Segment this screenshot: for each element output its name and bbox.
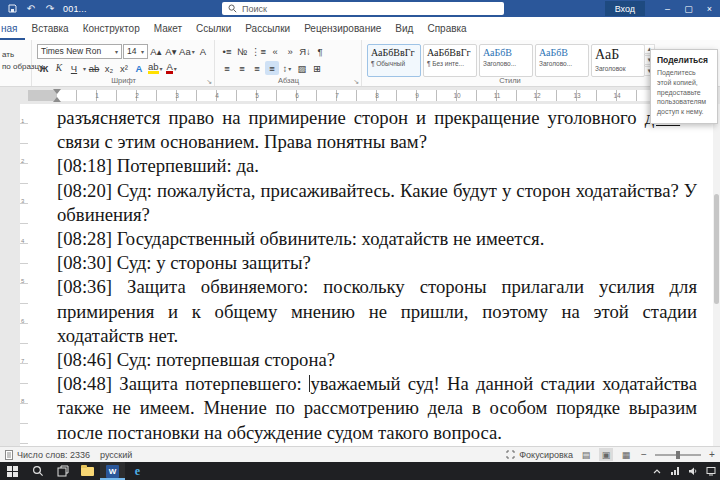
- ruler-number: 5: [21, 278, 24, 284]
- document-page[interactable]: разъясняется право на примирение сторон …: [28, 104, 713, 446]
- ruler-number: 12: [533, 92, 540, 99]
- highlight-button[interactable]: ab▾: [147, 61, 164, 75]
- hanging-indent-marker[interactable]: [53, 97, 61, 102]
- line-spacing-button[interactable]: ↕▾: [280, 61, 294, 75]
- ruler-number: 6: [21, 318, 24, 324]
- underline-button[interactable]: Ч: [67, 61, 81, 75]
- vertical-ruler[interactable]: 12345678: [20, 104, 28, 446]
- style-chip[interactable]: АаБЗаголовок: [591, 44, 645, 77]
- paragraph-group-label: Абзац: [216, 76, 361, 85]
- superscript-button[interactable]: x²: [117, 61, 131, 75]
- grow-font-button[interactable]: А▴: [149, 44, 163, 58]
- numbering-button[interactable]: №: [235, 44, 249, 58]
- word-taskbar-button[interactable]: W: [100, 462, 125, 480]
- change-case-button[interactable]: Аа▾: [179, 44, 195, 58]
- share-callout[interactable]: Поделиться Поделитесь этой копией, предо…: [650, 49, 718, 124]
- paragraph[interactable]: разъясняется право на примирение сторон …: [57, 106, 697, 154]
- multilevel-list-button[interactable]: ⋮≡: [250, 44, 267, 58]
- align-center-button[interactable]: ≡: [235, 61, 249, 75]
- tab-ная[interactable]: ная: [0, 17, 25, 40]
- taskbar-search-button[interactable]: [25, 462, 50, 480]
- language-status[interactable]: русский: [100, 450, 132, 460]
- style-chip[interactable]: АаБбВвГг¶ Обычный: [367, 44, 421, 77]
- justify-button[interactable]: ≡: [265, 61, 279, 75]
- strikethrough-button[interactable]: ab: [87, 61, 101, 75]
- tray-chevron-up-icon[interactable]: [649, 462, 664, 480]
- tab-Рассылки[interactable]: Рассылки: [238, 17, 297, 40]
- font-name-value: Times New Ron: [41, 46, 101, 56]
- align-right-button[interactable]: ≡: [250, 61, 264, 75]
- redo-icon[interactable]: ↷: [44, 3, 56, 15]
- first-line-indent-marker[interactable]: [53, 89, 61, 94]
- file-explorer-button[interactable]: [75, 462, 100, 480]
- bullets-button[interactable]: •≡: [220, 44, 234, 58]
- task-view-button[interactable]: [50, 462, 75, 480]
- zoom-in-button[interactable]: +: [707, 449, 717, 460]
- maximize-button[interactable]: ▢: [678, 0, 699, 17]
- tab-Вставка[interactable]: Вставка: [25, 17, 76, 40]
- start-button[interactable]: [0, 462, 25, 480]
- search-box[interactable]: Поиск: [222, 2, 504, 15]
- style-chip[interactable]: АаБбВЗаголово...: [479, 44, 533, 77]
- network-icon[interactable]: [667, 462, 682, 480]
- increase-indent-button[interactable]: »: [283, 44, 297, 58]
- save-icon[interactable]: [6, 3, 18, 15]
- shrink-font-button[interactable]: А▾: [164, 44, 178, 58]
- print-layout-button[interactable]: ▣: [599, 448, 613, 461]
- tab-Вид[interactable]: Вид: [388, 17, 420, 40]
- paragraph[interactable]: [08:20] Суд: пожалуйста, присаживайтесь.…: [57, 179, 697, 227]
- vertical-scrollbar[interactable]: [713, 104, 720, 446]
- text-effects-button[interactable]: А: [132, 61, 146, 75]
- zoom-slider-thumb[interactable]: [676, 451, 680, 459]
- decrease-indent-button[interactable]: «: [268, 44, 282, 58]
- style-chip[interactable]: АаБбВвГг¶ Без инте...: [423, 44, 477, 77]
- show-formatting-marks-button[interactable]: ¶: [313, 44, 327, 58]
- paragraph[interactable]: [08:18] Потерпевший: да.: [57, 154, 697, 178]
- bold-button[interactable]: Ж: [37, 61, 51, 75]
- zoom-out-button[interactable]: −: [639, 449, 649, 460]
- focus-mode-button[interactable]: Фокусировка: [506, 450, 573, 460]
- tab-Конструктор[interactable]: Конструктор: [76, 17, 147, 40]
- undo-icon[interactable]: ↶: [25, 3, 37, 15]
- text-run: разъясняется право на примирение сторон …: [57, 107, 645, 128]
- shading-button[interactable]: ▨: [295, 61, 309, 75]
- tab-Ссылки[interactable]: Ссылки: [189, 17, 238, 40]
- read-mode-button[interactable]: ▤: [579, 448, 593, 461]
- tab-Справка[interactable]: Справка: [420, 17, 473, 40]
- ruler-number: 4: [215, 92, 219, 99]
- style-chip[interactable]: АаБбВЗаголово...: [535, 44, 589, 77]
- paragraph[interactable]: [08:48] Защита потерпевшего: уважаемый с…: [57, 372, 697, 445]
- web-layout-button[interactable]: ▦: [619, 448, 633, 461]
- clear-formatting-button[interactable]: А: [196, 44, 210, 58]
- browser-button[interactable]: e: [125, 462, 150, 480]
- font-color-button[interactable]: А▾: [165, 61, 179, 75]
- close-button[interactable]: ×: [699, 0, 720, 17]
- paragraph[interactable]: [08:30] Суд: у стороны защиты?: [57, 251, 697, 275]
- minimize-button[interactable]: –: [657, 0, 678, 17]
- borders-button[interactable]: ⊞: [310, 61, 324, 75]
- tab-Макет[interactable]: Макет: [147, 17, 189, 40]
- signin-button[interactable]: Вход: [605, 1, 645, 16]
- font-name-select[interactable]: Times New Ron ▾: [37, 44, 122, 59]
- action-center-icon[interactable]: [703, 462, 718, 480]
- zoom-slider[interactable]: [655, 454, 701, 456]
- font-size-select[interactable]: 14 ▾: [123, 44, 148, 59]
- italic-button[interactable]: К: [52, 61, 66, 75]
- word-count-status[interactable]: Число слов: 2336: [5, 450, 90, 460]
- font-dialog-launcher-icon[interactable]: ↘: [206, 78, 212, 85]
- volume-icon[interactable]: [685, 462, 700, 480]
- text-run: [08:30] Суд: у стороны защиты?: [57, 252, 311, 273]
- paragraph[interactable]: [08:28] Государственный обвинитель: хода…: [57, 227, 697, 251]
- chevron-down-icon[interactable]: ▾: [83, 65, 86, 72]
- align-left-button[interactable]: ≡: [220, 61, 234, 75]
- copy-button-partial[interactable]: ать: [2, 50, 14, 59]
- paragraph-dialog-launcher-icon[interactable]: ↘: [353, 78, 359, 85]
- sort-button[interactable]: Я↓: [298, 44, 312, 58]
- tab-Рецензирование[interactable]: Рецензирование: [297, 17, 388, 40]
- scrollbar-thumb[interactable]: [714, 194, 719, 304]
- paragraph[interactable]: [08:46] Суд: потерпевшая сторона?: [57, 348, 697, 372]
- horizontal-ruler[interactable]: 12345678910111213141516: [28, 90, 712, 101]
- paragraph[interactable]: [08:36] Защита обвиняемого: поскольку ст…: [57, 275, 697, 348]
- subscript-button[interactable]: x₂: [102, 61, 116, 75]
- word-app-icon: W: [106, 465, 119, 478]
